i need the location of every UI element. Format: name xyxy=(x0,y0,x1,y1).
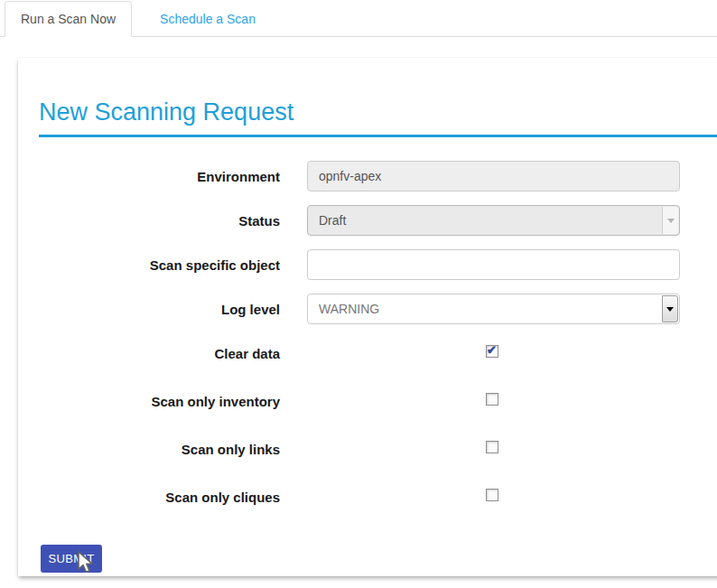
environment-label: Environment xyxy=(18,169,280,184)
row-scan-only-inventory: Scan only inventory ✔ xyxy=(18,386,717,416)
scan-only-cliques-label: Scan only cliques xyxy=(18,490,280,505)
clear-data-checkbox[interactable]: ✔ xyxy=(486,345,498,358)
log-level-label: Log level xyxy=(18,302,280,317)
scan-only-inventory-label: Scan only inventory xyxy=(18,394,280,409)
row-environment: Environment xyxy=(18,161,717,191)
scan-only-links-checkbox[interactable]: ✔ xyxy=(486,441,498,453)
scan-only-links-label: Scan only links xyxy=(18,442,280,457)
scan-specific-object-label: Scan specific object xyxy=(18,257,280,273)
new-scan-panel: New Scanning Request Environment Status … xyxy=(18,58,717,576)
row-log-level: Log level WARNING xyxy=(18,294,717,324)
log-level-select-value: WARNING xyxy=(308,302,379,316)
environment-input xyxy=(307,161,680,191)
tab-schedule-a-scan[interactable]: Schedule a Scan xyxy=(144,2,271,36)
submit-button[interactable]: SUBMIT xyxy=(41,545,102,573)
row-scan-specific-object: Scan specific object xyxy=(18,249,717,280)
status-select-value: Draft xyxy=(308,213,346,228)
clear-data-label: Clear data xyxy=(18,346,280,361)
row-scan-only-cliques: Scan only cliques ✔ xyxy=(18,481,717,512)
scan-only-cliques-checkbox[interactable]: ✔ xyxy=(486,489,498,501)
status-select: Draft xyxy=(307,205,680,236)
new-scan-form: Environment Status Draft Scan specific o… xyxy=(18,161,717,573)
log-level-select[interactable]: WARNING xyxy=(307,294,680,324)
status-label: Status xyxy=(18,213,280,229)
tab-run-a-scan-now[interactable]: Run a Scan Now xyxy=(5,1,132,37)
page-title: New Scanning Request xyxy=(39,98,717,137)
scan-specific-object-input[interactable] xyxy=(307,249,680,280)
row-scan-only-links: Scan only links ✔ xyxy=(18,434,717,464)
tab-bar: Run a Scan Now Schedule a Scan xyxy=(0,0,717,37)
check-icon: ✔ xyxy=(487,344,497,357)
row-status: Status Draft xyxy=(18,205,717,236)
row-clear-data: Clear data ✔ xyxy=(18,338,717,369)
chevron-down-icon[interactable] xyxy=(662,295,678,322)
chevron-down-icon xyxy=(662,207,678,234)
scan-only-inventory-checkbox[interactable]: ✔ xyxy=(486,393,498,406)
